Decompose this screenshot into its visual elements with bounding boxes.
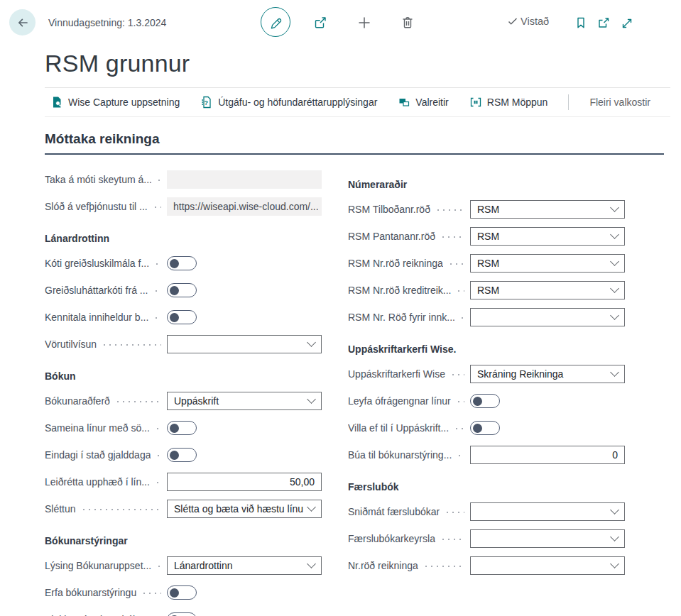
field-label-text: RSM Nr.röð reikninga — [348, 258, 443, 269]
toggle-knob — [473, 397, 482, 406]
action-option-fields[interactable]: Valreitir — [398, 96, 448, 109]
dotted-leader — [459, 317, 464, 319]
field-row: SléttunSlétta og bæta við hæstu línu — [45, 495, 322, 522]
back-button[interactable] — [9, 9, 36, 35]
field-label: Sameina línur með sö... — [45, 422, 167, 434]
dropdown-field[interactable] — [470, 556, 625, 575]
toggle-knob — [170, 588, 179, 598]
toggle-switch[interactable] — [167, 448, 197, 462]
field-label-text: Villa ef til í Uppáskrift... — [348, 422, 449, 434]
field-label-text: RSM Nr. Röð fyrir innk... — [348, 312, 454, 323]
field-label: Sniðmát færslubókar — [348, 506, 470, 517]
more-options-button[interactable]: Fleiri valkostir — [589, 97, 650, 108]
delete-button[interactable] — [399, 14, 416, 31]
toggle-knob — [170, 451, 179, 460]
field-label-text: Eindagi í stað gjalddaga — [45, 449, 151, 461]
dotted-leader — [156, 454, 161, 457]
toggle-switch[interactable] — [167, 283, 197, 297]
field-label: Bókunaraðferð — [45, 395, 167, 407]
dropdown-field[interactable]: Slétta og bæta við hæstu línu — [167, 500, 322, 518]
field-row: Sniðmát færslubókar — [348, 498, 625, 525]
edit-button[interactable] — [261, 7, 290, 37]
bookmark-button[interactable] — [572, 14, 589, 31]
dotted-leader — [102, 343, 161, 346]
chevron-down-icon — [307, 395, 316, 404]
action-label: RSM Möppun — [487, 97, 548, 108]
field-label-text: Vörutilvísun — [45, 339, 97, 350]
open-in-window-button[interactable] — [595, 14, 612, 31]
field-label: RSM Nr.röð reikninga — [348, 258, 470, 269]
dotted-leader — [154, 263, 161, 265]
field-row: RSM Nr.röð kreditreik...RSM — [348, 277, 625, 304]
dropdown-field[interactable] — [470, 308, 625, 326]
text-input[interactable] — [470, 446, 625, 464]
dropdown-field[interactable]: RSM — [470, 200, 625, 219]
action-label: Wise Capture uppsetning — [68, 97, 180, 108]
dotted-leader — [156, 565, 161, 568]
dropdown-field[interactable]: Uppáskrift — [167, 392, 322, 410]
dropdown-value: RSM — [477, 204, 611, 215]
chevron-down-icon — [610, 203, 619, 212]
dotted-leader — [448, 263, 464, 265]
dropdown-field[interactable]: RSM — [470, 281, 625, 299]
field-label-text: Kennitala inniheldur b... — [45, 312, 148, 323]
edit-pencil-icon — [268, 15, 283, 29]
field-label-text: RSM Tilboðanr.röð — [348, 204, 430, 215]
field-label: RSM Nr.röð kreditreik... — [348, 285, 470, 296]
dotted-leader — [456, 400, 464, 403]
toggle-switch[interactable] — [470, 394, 500, 408]
dropdown-field[interactable] — [470, 529, 625, 548]
field-label-text: RSM Nr.röð kreditreik... — [348, 285, 451, 296]
field-label-text: Bókunaraðferð — [45, 395, 110, 407]
action-rsm-mapping[interactable]: RSM Möppun — [469, 96, 548, 109]
field-row: Kóti greiðsluskilmála f... — [45, 250, 322, 277]
dotted-leader — [153, 206, 161, 209]
toggle-switch[interactable] — [167, 612, 197, 616]
dropdown-value: Skráning Reikninga — [477, 368, 611, 380]
dotted-leader — [435, 209, 464, 211]
action-label: Valreitir — [415, 97, 448, 108]
dropdown-field[interactable]: Skráning Reikninga — [470, 365, 625, 383]
page-title: RSM grunnur — [45, 50, 681, 77]
save-status-label: Vistað — [521, 16, 549, 27]
section-subheader: Lánardrottinn — [45, 220, 322, 250]
action-label: Útgáfu- og höfundaréttarupplýsingar — [218, 97, 377, 108]
field-label-text: Búa til bókunarstýring... — [348, 449, 452, 461]
dotted-leader — [454, 427, 464, 430]
action-wise-capture-settings[interactable]: Wise Capture uppsetning — [50, 96, 180, 109]
field-row: Greiðsluháttarkóti frá ... — [45, 277, 322, 304]
field-row: Nr.röð reikninga — [348, 552, 625, 579]
field-row: RSM Nr.röð reikningaRSM — [348, 250, 625, 277]
field-label-text: Lýsing Bókunaruppset... — [45, 560, 151, 571]
right-column: NúmeraraðirRSM Tilboðanr.röðRSMRSM Panta… — [348, 166, 625, 616]
expand-button[interactable] — [618, 14, 635, 31]
disabled-input — [167, 170, 322, 189]
dotted-leader — [155, 427, 161, 430]
new-button[interactable] — [356, 14, 373, 31]
share-button[interactable] — [312, 14, 329, 31]
field-row: BókunaraðferðUppáskrift — [45, 387, 322, 414]
text-input[interactable] — [167, 473, 322, 491]
field-label: Slóð á vefþjónustu til ... — [45, 201, 167, 212]
toggle-switch[interactable] — [167, 256, 197, 270]
toggle-switch[interactable] — [167, 585, 197, 600]
action-version-copyright-info[interactable]: ? Útgáfu- og höfundaréttarupplýsingar — [200, 96, 377, 109]
toggle-switch[interactable] — [470, 421, 500, 435]
field-label: Vörutilvísun — [45, 339, 167, 350]
dropdown-field[interactable] — [470, 502, 625, 521]
field-row: Slóð á vefþjónustu til ...https://wiseap… — [45, 193, 322, 220]
field-label: Uppáskriftarkerfi Wise — [348, 368, 470, 380]
field-row: Lýsing Bókunaruppset...Lánardrottinn — [45, 552, 322, 579]
toggle-switch[interactable] — [167, 421, 197, 435]
field-label: Eindagi í stað gjalddaga — [45, 449, 167, 461]
top-navigation-bar: Vinnudagsetning: 1.3.2024 Vistað — [0, 0, 681, 45]
dropdown-value: Lánardrottinn — [174, 560, 308, 571]
dropdown-field[interactable]: Lánardrottinn — [167, 556, 322, 575]
dropdown-field[interactable]: RSM — [470, 227, 625, 246]
field-row: Leiðrétta upphæð í lín... — [45, 468, 322, 495]
field-row: Búa til bókunarstýring... — [348, 441, 625, 468]
toggle-switch[interactable] — [167, 310, 197, 324]
dropdown-field[interactable]: RSM — [470, 254, 625, 273]
field-label: RSM Tilboðanr.röð — [348, 204, 470, 215]
dropdown-field[interactable] — [167, 335, 322, 353]
